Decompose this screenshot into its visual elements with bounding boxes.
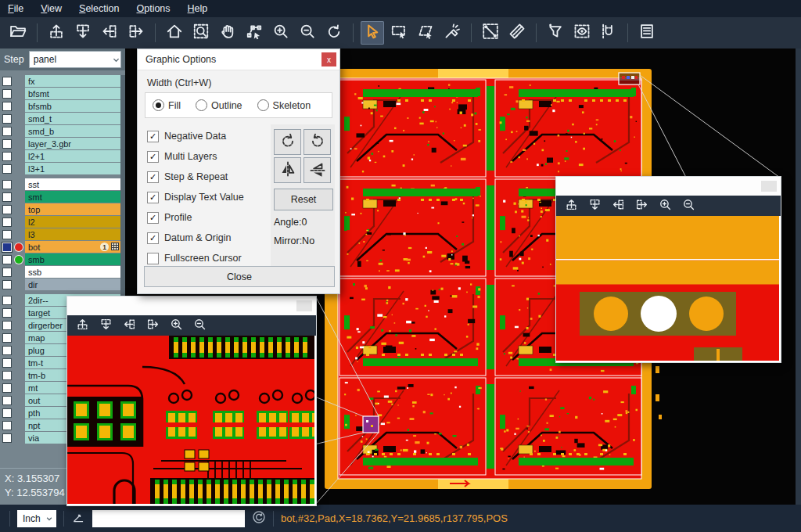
layer-visibility-checkbox[interactable] [2, 308, 12, 318]
layer-visibility-checkbox[interactable] [2, 371, 12, 380]
zoom-window-viewport[interactable] [556, 216, 781, 361]
layer-row-l3+1[interactable]: l3+1 [0, 163, 125, 174]
checkbox[interactable]: ✓ [147, 131, 159, 142]
zoom-out-button[interactable] [296, 21, 319, 45]
clean-brush-button[interactable] [440, 21, 464, 45]
home-button[interactable] [163, 21, 186, 45]
zoom-window-titlebar[interactable] [67, 297, 316, 315]
layer-visibility-checkbox[interactable] [2, 164, 12, 174]
radio-button-icon[interactable] [153, 99, 164, 111]
layer-row-smt[interactable]: smt [0, 191, 125, 203]
option-datum-origin[interactable]: ✓Datum & Origin [147, 228, 244, 248]
layer-name-bar[interactable]: bfsmb [25, 100, 120, 112]
layer-visibility-checkbox[interactable] [2, 358, 12, 368]
select-cursor-button[interactable] [361, 21, 384, 45]
snap-magnet-button[interactable] [597, 21, 620, 45]
layer-visibility-checkbox[interactable] [2, 255, 12, 264]
layer-visibility-checkbox[interactable] [2, 333, 12, 343]
layer-row-bfsmt[interactable]: bfsmt [0, 88, 125, 99]
canvas-scrollbar[interactable] [796, 49, 801, 505]
layer-name-bar[interactable]: sst [25, 178, 120, 190]
checkbox[interactable]: ✓ [147, 151, 159, 163]
mirror-x-button[interactable] [274, 157, 301, 183]
layer-visibility-checkbox[interactable] [2, 346, 12, 355]
shift-left-button[interactable] [120, 317, 138, 334]
dialog-close-button[interactable]: x [321, 52, 336, 66]
zoom-in-button[interactable] [656, 197, 673, 214]
layer-visibility-checkbox[interactable] [2, 127, 12, 136]
layer-visibility-checkbox[interactable] [2, 192, 12, 202]
checkbox[interactable] [147, 253, 159, 264]
shift-down-button[interactable] [586, 197, 603, 214]
refresh-icon[interactable] [252, 510, 266, 527]
option-step-repeat[interactable]: ✓Step & Repeat [147, 167, 244, 187]
open-folder-button[interactable] [6, 21, 30, 45]
shift-down-button[interactable] [71, 21, 95, 45]
layer-visibility-checkbox[interactable] [2, 268, 12, 277]
checkbox[interactable]: ✓ [147, 192, 159, 203]
polygon-select-button[interactable] [414, 21, 437, 45]
radio-button-icon[interactable] [196, 99, 207, 111]
layer-visibility-checkbox[interactable] [2, 230, 12, 239]
zoom-out-button[interactable] [680, 197, 697, 214]
option-profile[interactable]: ✓Profile [147, 207, 244, 228]
layer-visibility-checkbox[interactable] [2, 152, 12, 161]
layer-visibility-checkbox[interactable] [2, 114, 12, 124]
shift-up-button[interactable] [74, 317, 91, 334]
layer-name-bar[interactable]: smd_b [25, 125, 120, 137]
menu-view[interactable]: View [41, 3, 62, 14]
zoom-window-bottom-left[interactable] [66, 296, 317, 506]
layer-name-bar[interactable]: ssb [25, 266, 120, 278]
layer-name-bar[interactable]: l3 [25, 228, 120, 240]
layer-row-l3[interactable]: l3 [0, 228, 125, 240]
layer-row-l2[interactable]: l2 [0, 216, 125, 228]
checkbox[interactable]: ✓ [147, 232, 159, 244]
radio-button-icon[interactable] [257, 99, 269, 111]
shift-right-button[interactable] [144, 317, 161, 334]
layer-row-top[interactable]: top [0, 203, 125, 215]
layer-visibility-checkbox[interactable] [2, 321, 12, 330]
layer-name-bar[interactable]: bfsmt [25, 88, 120, 99]
layer-name-bar[interactable]: l3+1 [25, 163, 120, 174]
move-object-button[interactable] [242, 21, 266, 45]
layer-visibility-checkbox[interactable] [2, 139, 12, 149]
layer-name-bar[interactable]: smb [25, 253, 120, 265]
layer-visibility-checkbox[interactable] [2, 77, 12, 86]
layer-visibility-checkbox[interactable] [2, 217, 12, 227]
layer-visibility-checkbox[interactable] [2, 205, 12, 214]
menu-selection[interactable]: Selection [79, 3, 119, 14]
layer-name-bar[interactable]: dir [25, 279, 120, 290]
shift-right-button[interactable] [124, 21, 148, 45]
rect-select-button[interactable] [387, 21, 411, 45]
layer-name-bar[interactable]: layer_3.gbr [25, 138, 120, 149]
layer-row-smb[interactable]: smb [0, 253, 125, 265]
reset-button[interactable]: Reset [274, 189, 333, 210]
radio-fill[interactable]: Fill [153, 99, 181, 111]
rotate-cw-button[interactable] [274, 129, 301, 155]
zoom-out-button[interactable] [191, 317, 208, 334]
shift-up-button[interactable] [562, 197, 580, 214]
ruler-button[interactable] [505, 21, 529, 45]
step-select[interactable]: panel [29, 51, 121, 68]
unit-select[interactable]: Inch [17, 510, 56, 527]
zoom-in-button[interactable] [167, 317, 185, 334]
shift-left-button[interactable] [609, 197, 627, 214]
layer-visibility-checkbox[interactable] [2, 296, 12, 305]
layer-visibility-checkbox[interactable] [2, 89, 12, 99]
layer-list-button[interactable] [635, 21, 659, 45]
angle-measure-icon[interactable] [71, 510, 85, 527]
zoom-previous-button[interactable] [322, 21, 346, 45]
layer-row-bfsmb[interactable]: bfsmb [0, 100, 125, 112]
menu-file[interactable]: File [8, 3, 23, 14]
pan-hand-button[interactable] [216, 21, 239, 45]
radio-skeleton[interactable]: Skeleton [257, 99, 311, 111]
zoom-window-button[interactable] [189, 21, 213, 45]
layer-name-bar[interactable]: smd_t [25, 113, 120, 124]
shift-left-button[interactable] [98, 21, 121, 45]
option-negative-data[interactable]: ✓Negative Data [147, 126, 244, 146]
layer-row-smd_t[interactable]: smd_t [0, 113, 125, 124]
close-button[interactable]: Close [144, 266, 335, 287]
measure-distance-button[interactable] [479, 21, 502, 45]
menu-options[interactable]: Options [136, 3, 170, 14]
zoom-window-right[interactable] [555, 176, 781, 363]
